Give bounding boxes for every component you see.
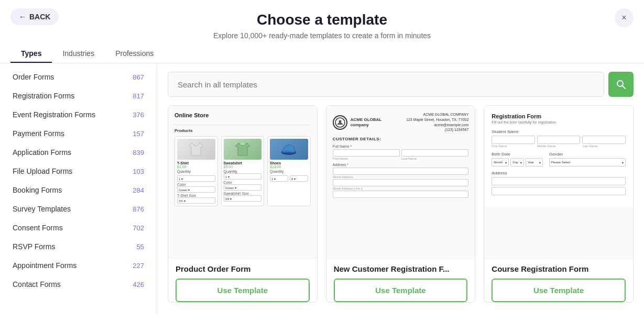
sidebar-label-event-registration: Event Registration Forms [13, 110, 95, 119]
use-template-button-product-order[interactable]: Use Template [176, 279, 310, 302]
preview-company-email: acme@example.com [406, 123, 468, 128]
preview-birth-gender-row: Birth Date Month ▾ Day ▾ Year ▾ Gender P… [492, 152, 626, 166]
use-template-label-product-order: Use Template [217, 286, 268, 295]
preview-tshirt-price: $1.00 [177, 165, 215, 169]
sidebar-count-contact-forms: 426 [133, 281, 144, 288]
sidebar-item-file-upload-forms[interactable]: File Upload Forms 103 [0, 162, 157, 181]
sidebar-label-file-upload-forms: File Upload Forms [13, 167, 72, 175]
sidebar-label-registration-forms: Registration Forms [13, 92, 74, 100]
tab-professions[interactable]: Professions [105, 45, 164, 63]
preview-product-shoes: Shoes $19.00 Quantity 1 ▾ 8 ▾ [267, 136, 311, 206]
preview-sweatshirt-qty-select: 1 ▾ [224, 173, 262, 180]
preview-student-name-inputs [492, 136, 626, 144]
preview-lastname-course [582, 136, 626, 144]
tab-industries[interactable]: Industries [52, 45, 105, 63]
preview-month-select: Month ▾ [492, 158, 509, 166]
preview-shoes-fields: 1 ▾ 8 ▾ [270, 175, 308, 182]
preview-sweatshirt-name: Sweatshirt [224, 161, 262, 165]
preview-fullname-label: Full Name * [333, 145, 469, 148]
preview-fullname-inputs [333, 149, 469, 157]
search-button[interactable] [608, 72, 634, 97]
back-button[interactable]: ← BACK [10, 8, 59, 25]
use-template-button-customer-registration[interactable]: Use Template [334, 279, 468, 302]
preview-gender-label: Gender [549, 152, 626, 157]
sidebar-count-survey-templates: 876 [133, 205, 144, 213]
preview-shoes-name: Shoes [270, 161, 308, 165]
tab-industries-label: Industries [62, 49, 94, 58]
sidebar-count-file-upload-forms: 103 [133, 168, 144, 175]
preview-name-sub-labels: First Name Last Name [333, 157, 469, 160]
use-template-button-course-registration[interactable]: Use Template [492, 279, 626, 302]
tab-professions-label: Professions [115, 49, 154, 58]
preview-street2-input [333, 179, 469, 186]
preview-tshirt-name: T-Shirt [177, 161, 215, 165]
sidebar: Order Forms 867 Registration Forms 817 E… [0, 63, 157, 315]
sweatshirt-image [224, 139, 262, 160]
sidebar-item-application-forms[interactable]: Application Forms 839 [0, 143, 157, 162]
preview-store-title: Online Store [174, 112, 311, 118]
preview-tshirt-color-label: Color [177, 183, 215, 186]
search-input[interactable] [168, 72, 604, 97]
sidebar-count-booking-forms: 284 [133, 186, 144, 194]
svg-line-1 [623, 86, 626, 89]
preview-product-order-content: Online Store Products [168, 106, 317, 213]
sidebar-label-survey-templates: Survey Templates [13, 205, 71, 213]
sidebar-item-payment-forms[interactable]: Payment Forms 157 [0, 124, 157, 143]
sidebar-item-booking-forms[interactable]: Booking Forms 284 [0, 181, 157, 199]
preview-course-content: Registration Form Fill out the form care… [484, 106, 633, 207]
sidebar-item-contact-forms[interactable]: Contact Forms 426 [0, 275, 157, 294]
card-title-course-registration: Course Registration Form [492, 264, 626, 273]
preview-address-label: Address * [333, 163, 469, 166]
preview-tshirt-quantity-label: Quantity [177, 170, 215, 173]
sidebar-item-survey-templates[interactable]: Survey Templates 876 [0, 199, 157, 218]
sidebar-label-consent-forms: Consent Forms [13, 224, 63, 232]
sidebar-count-consent-forms: 702 [133, 224, 144, 232]
preview-course-title: Registration Form [492, 113, 626, 119]
sidebar-item-appointment-forms[interactable]: Appointment Forms 227 [0, 256, 157, 275]
preview-customer-content: ACME GLOBALcompany ACME GLOBAL COMPANY 1… [326, 106, 475, 207]
preview-products-label: Products [174, 128, 311, 133]
search-icon [616, 79, 626, 90]
svg-point-5 [339, 120, 341, 123]
svg-rect-2 [241, 143, 245, 145]
preview-tshirt-size-label: T-Shirt Size [177, 194, 215, 197]
header: ← BACK Choose a template Explore 10,000+… [0, 0, 644, 45]
cards-grid: Online Store Products [168, 105, 634, 303]
preview-shoes-quantity-label: Quantity [270, 170, 308, 173]
use-template-label-customer-registration: Use Template [375, 286, 425, 295]
preview-logo-circle [333, 115, 347, 130]
sidebar-item-rsvp-forms[interactable]: RSVP Forms 55 [0, 237, 157, 256]
preview-lastname-input [401, 149, 468, 157]
sidebar-count-payment-forms: 157 [133, 130, 144, 138]
card-preview-course-registration: Registration Form Fill out the form care… [484, 106, 633, 258]
preview-product-sweatshirt: Sweatshirt $5.00 Quantity 1 ▾ Color Gree… [221, 136, 265, 206]
preview-address-course-input2 [492, 187, 626, 195]
preview-student-name-field: Student Name First Name Middle Name Last… [492, 129, 626, 148]
preview-section-title: CUSTOMER DETAILS: [333, 137, 469, 141]
preview-firstname-course [492, 136, 535, 144]
tab-types-label: Types [21, 49, 41, 58]
sidebar-item-consent-forms[interactable]: Consent Forms 702 [0, 218, 157, 237]
sidebar-item-registration-forms[interactable]: Registration Forms 817 [0, 86, 157, 105]
card-title-product-order: Product Order Form [176, 264, 310, 273]
sidebar-count-registration-forms: 817 [133, 92, 144, 100]
preview-student-name-label: Student Name [492, 129, 626, 134]
preview-tshirt-color-select: Green ▾ [177, 186, 215, 193]
sidebar-label-appointment-forms: Appointment Forms [13, 261, 77, 270]
card-preview-product-order: Online Store Products [168, 106, 317, 258]
preview-street2-sub: Street Address Line 2 [333, 187, 469, 190]
preview-birthdate-label: Birth Date [492, 152, 542, 157]
preview-birthdate-selects: Month ▾ Day ▾ Year ▾ [492, 158, 542, 166]
tab-types[interactable]: Types [10, 45, 52, 63]
tabs-container: Types Industries Professions [0, 45, 644, 63]
sidebar-item-order-forms[interactable]: Order Forms 867 [0, 68, 157, 86]
preview-company-phone: (123) 1234567 [406, 127, 468, 132]
use-template-label-course-registration: Use Template [533, 286, 584, 295]
close-button[interactable]: × [615, 8, 634, 27]
page-title: Choose a template [257, 12, 387, 28]
preview-street-sub: Street Address [333, 175, 469, 179]
preview-address-course-input1 [492, 177, 626, 185]
sidebar-item-event-registration[interactable]: Event Registration Forms 376 [0, 105, 157, 124]
shoe-image [270, 139, 308, 160]
preview-sweatshirt-price: $5.00 [224, 165, 262, 169]
